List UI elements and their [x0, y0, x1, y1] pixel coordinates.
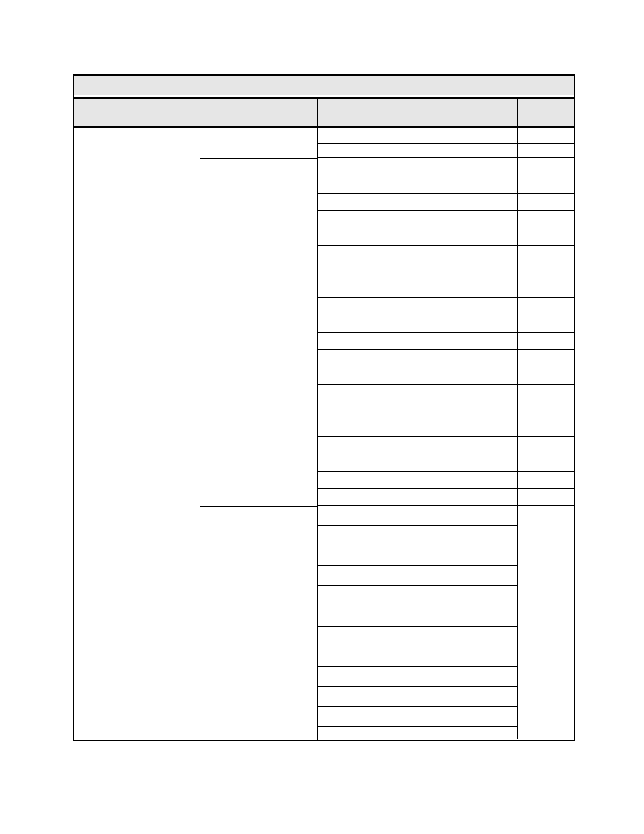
- table-right-block: [318, 128, 574, 740]
- cell-c3: [318, 333, 518, 350]
- cell-c3: [318, 666, 517, 686]
- table-header-col3: [318, 99, 518, 126]
- table-row: [318, 367, 574, 384]
- table-row: [318, 210, 574, 228]
- cell-c3: [318, 298, 518, 315]
- cell-c3: [318, 280, 518, 297]
- cell-c3: [318, 565, 517, 585]
- cell-c4: [518, 158, 574, 176]
- col2-section-b: [200, 159, 317, 507]
- table-row: [318, 419, 574, 436]
- col2-section-c: [200, 507, 317, 740]
- table-row: [318, 488, 574, 506]
- table-row: [318, 297, 574, 315]
- cell-c3: [318, 454, 518, 471]
- cell-c4: [518, 298, 574, 315]
- cell-c4: [518, 472, 574, 489]
- cell-c3: [318, 263, 518, 280]
- cell-c3: [318, 626, 517, 646]
- table-row: [318, 176, 574, 193]
- table-row: [318, 263, 574, 280]
- table-group-b: [318, 158, 574, 506]
- table-row: [318, 158, 574, 176]
- table-row: [318, 228, 574, 245]
- cell-c3: [318, 350, 518, 367]
- col2-section-a: [200, 128, 317, 159]
- cell-c3: [318, 246, 518, 263]
- cell-c4: [518, 246, 574, 263]
- cell-c4: [518, 315, 574, 332]
- table-row: [318, 454, 574, 471]
- cell-c3: [318, 315, 518, 332]
- cell-c3: [318, 402, 518, 419]
- table-col1-merged: [74, 128, 200, 740]
- cell-c4: [518, 228, 574, 245]
- table-row: [318, 280, 574, 297]
- table-col2-stack: [200, 128, 318, 740]
- cell-c4: [518, 489, 574, 506]
- cell-c3: [318, 128, 518, 143]
- cell-c4: [518, 419, 574, 436]
- table-row: [318, 128, 574, 143]
- table-body: [74, 128, 574, 740]
- cell-c4: [518, 211, 574, 228]
- cell-c3: [318, 506, 517, 525]
- table-header-col1: [74, 99, 200, 126]
- cell-c4: [518, 263, 574, 280]
- table-header-row: [74, 99, 574, 128]
- cell-c4: [518, 350, 574, 367]
- cell-c3: [318, 686, 517, 706]
- cell-c4: [518, 128, 574, 143]
- group-c-col4-merged: [518, 506, 574, 739]
- cell-c3: [318, 419, 518, 436]
- cell-c3: [318, 585, 517, 606]
- cell-c3: [318, 606, 517, 626]
- cell-c4: [518, 402, 574, 419]
- cell-c3: [318, 194, 518, 211]
- cell-c3: [318, 211, 518, 228]
- cell-c3: [318, 546, 517, 566]
- table-row: [318, 315, 574, 332]
- table-row: [318, 402, 574, 419]
- cell-c3: [318, 437, 518, 454]
- cell-c3: [318, 176, 518, 193]
- cell-c3: [318, 472, 518, 489]
- cell-c4: [518, 194, 574, 211]
- document-page: [0, 0, 644, 834]
- table-group-a: [318, 128, 574, 158]
- table-header-col4: [518, 99, 573, 126]
- table-row: [318, 193, 574, 211]
- cell-c4: [518, 280, 574, 297]
- table-header-col2: [200, 99, 318, 126]
- table-row: [318, 436, 574, 454]
- cell-c4: [518, 367, 574, 384]
- cell-c3: [318, 228, 518, 245]
- cell-c4: [518, 333, 574, 350]
- cell-c3: [318, 158, 518, 176]
- table-row: [318, 349, 574, 367]
- cell-c3: [318, 385, 518, 402]
- group-c-col3-stack: [318, 506, 518, 739]
- table-row: [318, 471, 574, 489]
- cell-c4: [518, 437, 574, 454]
- table-row: [318, 143, 574, 158]
- cell-c4: [518, 144, 574, 158]
- cell-c4: [518, 385, 574, 402]
- table-row: [318, 332, 574, 350]
- cell-c3: [318, 367, 518, 384]
- table-row: [318, 245, 574, 263]
- cell-c4: [518, 454, 574, 471]
- cell-c3: [318, 489, 518, 506]
- cell-c3: [318, 726, 517, 746]
- cell-c3: [318, 646, 517, 666]
- table-title-row: [74, 76, 574, 95]
- data-table: [73, 74, 575, 741]
- cell-c4: [518, 176, 574, 193]
- table-row: [318, 384, 574, 402]
- cell-c3: [318, 706, 517, 727]
- cell-c3: [318, 144, 518, 158]
- table-group-c: [318, 506, 574, 739]
- cell-c3: [318, 525, 517, 546]
